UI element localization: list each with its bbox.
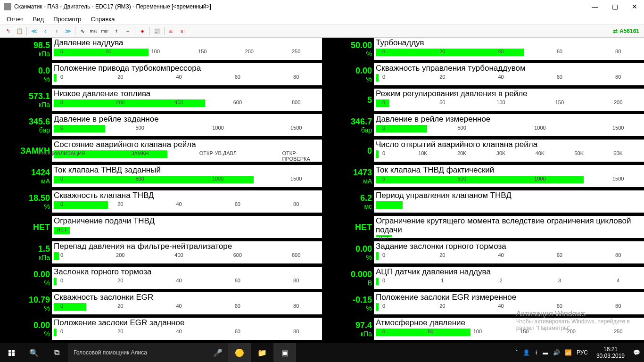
gauge-tick: 1000: [534, 125, 545, 131]
sort-desc-icon[interactable]: a↑: [178, 26, 188, 36]
gauge-value: НЕТ: [322, 223, 372, 231]
gauge-right-4: 0Число открытий аварийного клапана рейла…: [322, 140, 644, 162]
last-icon[interactable]: ≫: [63, 26, 73, 36]
people-icon[interactable]: 👤: [523, 349, 530, 356]
gauge-value: 0.00: [322, 66, 372, 75]
bluetooth-icon[interactable]: ᚼ: [535, 349, 538, 356]
gauge-tick: 40: [176, 278, 182, 283]
copy-icon[interactable]: 📋: [14, 26, 25, 36]
gauge-unit: бар: [0, 127, 50, 133]
gauge-unit: %: [322, 50, 372, 57]
gauge-label: Число открытий аварийного клапана рейла: [374, 140, 644, 149]
gauge-tick: 0: [60, 278, 63, 283]
gauge-tick: 60: [235, 74, 240, 80]
gauge-tick: 60: [235, 278, 240, 283]
gauge-tick: 50K: [574, 150, 584, 156]
plus-icon[interactable]: +: [111, 26, 122, 36]
gauge-tick: 0: [60, 303, 63, 309]
wifi-icon[interactable]: 📶: [565, 349, 572, 356]
gauge-tick: 60: [235, 329, 240, 334]
minus-icon[interactable]: −: [123, 26, 133, 36]
wave-icon[interactable]: ∿: [77, 26, 88, 36]
gauge-tick: 150: [555, 99, 564, 105]
gauge-tick: 0: [60, 329, 63, 334]
gauge-label: Скважность заслонки EGR: [52, 292, 322, 302]
browser-icon[interactable]: 🟡: [228, 343, 251, 362]
volume-icon[interactable]: 🔊: [553, 349, 560, 356]
clock[interactable]: 16:21 30.03.2019: [593, 346, 628, 360]
maximize-button[interactable]: ▢: [609, 2, 620, 11]
menu-view[interactable]: Вид: [29, 15, 48, 24]
gauge-tick: 40: [176, 329, 182, 334]
gauge-tick: 20: [117, 303, 123, 309]
gauge-tick: 80: [615, 303, 621, 309]
gauge-unit: мА: [322, 178, 372, 184]
gauge-tick: 50: [439, 99, 445, 105]
gauge-unit: кПа: [0, 254, 50, 261]
gauge-tick: 0: [382, 329, 385, 334]
record-icon[interactable]: ●: [137, 26, 148, 36]
menu-help[interactable]: Справка: [87, 15, 119, 24]
menu-report[interactable]: Отчет: [3, 15, 27, 24]
gauge-left-7: НЕТОграничение подачи ТНВДНЕТ: [0, 216, 322, 239]
gauge-tick: 40: [176, 74, 182, 80]
first-icon[interactable]: ≪: [29, 26, 39, 36]
gauge-tick: 60: [235, 201, 240, 207]
toolbar: ↰ 📋 ≪ ‹ › ≫ ∿ ms↓ ms↑ + − ● 📰 a↓ a↑ ⇄A56…: [0, 25, 644, 38]
gauge-tick: 1: [441, 278, 444, 283]
microphone-icon[interactable]: 🎤: [213, 348, 223, 357]
next-icon[interactable]: ›: [51, 26, 62, 36]
ms-down-icon[interactable]: ms↓: [89, 26, 99, 36]
explorer-icon[interactable]: 📁: [251, 343, 273, 362]
gauge-unit: кПа: [322, 330, 372, 337]
gauge-tick: 800: [292, 99, 300, 105]
gauge-value: 573.1: [0, 92, 50, 100]
close-button[interactable]: ✕: [629, 2, 640, 11]
sort-asc-icon[interactable]: a↓: [166, 26, 177, 36]
gauge-right-0: 50.00%Турбонаддув020406080: [322, 38, 644, 60]
gauge-unit: %: [322, 305, 372, 312]
gauge-tick: НЕТ: [379, 235, 389, 241]
gauge-tick: 400: [174, 99, 183, 105]
gauge-unit: %: [0, 330, 50, 337]
gauge-value: 6.2: [322, 194, 372, 202]
start-button[interactable]: [0, 343, 23, 362]
gauge-tick: 500: [457, 125, 466, 131]
gauge-value: 98.5: [0, 41, 50, 49]
prev-icon[interactable]: ‹: [40, 26, 50, 36]
gauge-tick: 60: [557, 252, 562, 258]
search-icon[interactable]: 🔍: [23, 343, 45, 362]
gauge-right-5: 1473мАТок клапана ТНВД фактический050010…: [322, 165, 644, 188]
language-indicator[interactable]: РУС: [577, 349, 588, 356]
text-icon[interactable]: 📰: [152, 26, 162, 36]
gauge-tick: 1000: [212, 125, 223, 131]
gauge-right-3: 346.7барДавление в рейле измеренное05001…: [322, 114, 644, 137]
gauge-label: Ток клапана ТНВД фактический: [374, 165, 644, 175]
gauge-unit: бар: [322, 127, 372, 133]
gauge-value: 346.7: [322, 117, 372, 126]
gauge-right-10: -0.15%Положение заслоки EGR измеренное02…: [322, 292, 644, 315]
taskview-icon[interactable]: ⧉: [45, 343, 68, 362]
gauge-unit: %: [322, 254, 372, 261]
search-input[interactable]: Голосовой помощник Алиса 🎤: [68, 343, 228, 362]
gauge-tick: 200: [245, 49, 254, 54]
gauge-unit: %: [0, 280, 50, 286]
minimize-button[interactable]: —: [589, 2, 601, 11]
ms-up-icon[interactable]: ms↑: [100, 26, 110, 36]
battery-icon[interactable]: ▬: [543, 349, 548, 356]
gauge-tick: 600: [233, 99, 242, 105]
app-icon: [4, 3, 11, 10]
gauge-tick: 10K: [418, 150, 428, 156]
gauge-tick: 20: [117, 74, 123, 80]
app-task-icon[interactable]: ▣: [273, 343, 296, 362]
gauge-tick: 20: [439, 252, 445, 258]
gauge-left-3: 345.6барДавление в рейле заданное0500100…: [0, 114, 322, 137]
gauge-value: 0.00: [0, 270, 50, 279]
gauge-tick: 20: [439, 303, 445, 309]
menu-preview[interactable]: Просмотр: [50, 15, 85, 24]
tray-up-icon[interactable]: ˄: [515, 349, 518, 356]
notifications-icon[interactable]: 💬: [633, 349, 640, 356]
gauge-value: 1424: [0, 168, 50, 177]
gauge-label: Низкое давление топлива: [52, 89, 322, 99]
back-icon[interactable]: ↰: [3, 26, 13, 36]
